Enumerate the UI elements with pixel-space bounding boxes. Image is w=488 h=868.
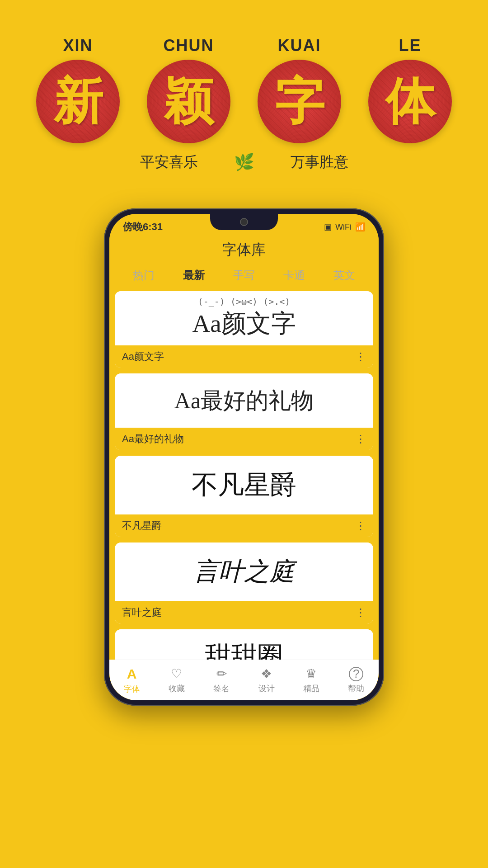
preview-text-bufan: 不凡星爵 [192,467,296,503]
font-card-bufan[interactable]: 不凡星爵 不凡星爵 ⋮ [115,456,373,537]
fonts-icon: A [127,666,137,682]
font-card-yanwenzi[interactable]: (-_-) (>ω<) (>.<) Aa颜文字 Aa颜文字 ⋮ [115,291,373,368]
signal-icon: 📶 [355,222,365,232]
pinyin-xin: XIN [63,36,93,55]
pinyin-chun: CHUN [164,36,214,55]
font-menu-liwu[interactable]: ⋮ [355,433,366,445]
char-le: LE 体 [368,36,452,143]
nav-fonts-label: 字体 [124,684,140,694]
char-text-xin: 新 [53,77,103,127]
char-text-chun: 颖 [164,77,214,127]
preview-text-yanwenzi: Aa颜文字 [192,307,296,340]
nav-fonts[interactable]: A 字体 [124,666,140,694]
subtitle-row: 平安喜乐 🌿 万事胜意 [18,152,470,172]
subtitle-right: 万事胜意 [291,152,348,172]
phone-section: 傍晚6:31 ▣ WiFi 📶 字体库 热门 最新 手写 卡通 英文 [0,190,488,733]
wifi-icon: WiFi [335,222,352,232]
nav-favorites[interactable]: ♡ 收藏 [169,666,185,694]
hero-section: XIN 新 CHUN 颖 KUAI 字 LE 体 [0,0,488,190]
font-preview-bufan: 不凡星爵 [115,456,373,514]
camera-lens [240,218,248,226]
char-xin: XIN 新 [36,36,120,143]
pinyin-row: XIN 新 CHUN 颖 KUAI 字 LE 体 [18,36,470,143]
font-menu-yanyeziting[interactable]: ⋮ [355,606,366,619]
preview-text-yanyeziting: 言叶之庭 [193,555,295,589]
tab-english[interactable]: 英文 [328,265,361,287]
font-info-yanwenzi: Aa颜文字 ⋮ [115,345,373,368]
font-preview-yanwenzi: (-_-) (>ω<) (>.<) Aa颜文字 [115,291,373,345]
font-info-yanyeziting: 言叶之庭 ⋮ [115,601,373,624]
font-card-yanyeziting[interactable]: 言叶之庭 言叶之庭 ⋮ [115,542,373,624]
nav-help[interactable]: ? 帮助 [348,667,364,694]
subtitle-left: 平安喜乐 [140,152,198,172]
phone-content: 字体库 热门 最新 手写 卡通 英文 (-_-) ( [109,236,379,700]
design-icon: ❖ [261,666,272,681]
char-chun: CHUN 颖 [147,36,230,143]
premium-icon: ♛ [305,666,317,681]
circle-chun: 颖 [147,60,230,143]
lotus-icon: 🌿 [234,153,254,172]
font-name-yanyeziting: 言叶之庭 [122,606,162,619]
phone-frame: 傍晚6:31 ▣ WiFi 📶 字体库 热门 最新 手写 卡通 英文 [104,208,384,706]
tab-cartoon[interactable]: 卡通 [278,265,310,287]
font-menu-bufan[interactable]: ⋮ [355,519,366,532]
font-preview-liwu: Aa最好的礼物 [115,373,373,428]
font-info-liwu: Aa最好的礼物 ⋮ [115,428,373,450]
font-menu-yanwenzi[interactable]: ⋮ [355,350,366,363]
nav-premium[interactable]: ♛ 精品 [303,666,319,694]
status-time: 傍晚6:31 [123,220,163,234]
font-list: (-_-) (>ω<) (>.<) Aa颜文字 Aa颜文字 ⋮ Aa最好的礼物 [109,291,379,683]
font-name-yanwenzi: Aa颜文字 [122,350,164,363]
nav-premium-label: 精品 [303,683,319,694]
circle-xin: 新 [36,60,120,143]
pinyin-kuai: KUAI [278,36,321,55]
nav-design[interactable]: ❖ 设计 [258,666,275,694]
char-text-le: 体 [385,77,435,127]
font-name-bufan: 不凡星爵 [122,519,162,533]
nav-design-label: 设计 [258,683,275,694]
pinyin-le: LE [399,36,421,55]
tab-hot[interactable]: 热门 [127,265,160,287]
preview-text-liwu: Aa最好的礼物 [174,386,314,416]
status-icons: ▣ WiFi 📶 [324,222,365,232]
char-text-kuai: 字 [275,77,324,127]
font-preview-yanyeziting: 言叶之庭 [115,542,373,601]
category-tabs[interactable]: 热门 最新 手写 卡通 英文 [109,265,379,291]
help-icon: ? [349,667,363,681]
battery-icon: ▣ [324,222,332,232]
char-kuai: KUAI 字 [258,36,341,143]
font-name-liwu: Aa最好的礼物 [122,432,184,446]
nav-signature-label: 签名 [213,683,230,694]
circle-kuai: 字 [258,60,341,143]
favorites-icon: ♡ [171,666,182,681]
circle-le: 体 [368,60,452,143]
bottom-nav: A 字体 ♡ 收藏 ✏ 签名 ❖ 设计 [109,660,379,700]
nav-favorites-label: 收藏 [169,683,185,694]
nav-signature[interactable]: ✏ 签名 [213,666,230,694]
tab-handwriting[interactable]: 手写 [228,265,260,287]
signature-icon: ✏ [216,666,227,681]
app-title: 字体库 [109,236,379,265]
nav-help-label: 帮助 [348,683,364,694]
font-info-bufan: 不凡星爵 ⋮ [115,514,373,537]
tab-latest[interactable]: 最新 [178,265,210,287]
font-card-liwu[interactable]: Aa最好的礼物 Aa最好的礼物 ⋮ [115,373,373,450]
phone-notch [210,214,278,230]
phone-inner: 傍晚6:31 ▣ WiFi 📶 字体库 热门 最新 手写 卡通 英文 [109,214,379,700]
